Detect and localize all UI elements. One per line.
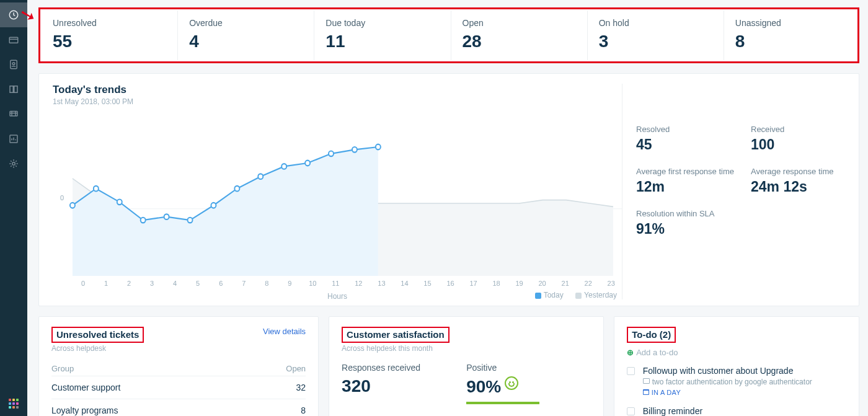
todo-title: To-do (2) (632, 329, 671, 340)
csat-card: Customer satisfaction Across helpdesk th… (329, 316, 604, 416)
summary-value: 55 (53, 32, 162, 51)
svg-point-12 (164, 214, 169, 219)
svg-point-15 (234, 186, 239, 192)
svg-point-14 (211, 203, 216, 208)
contacts-icon[interactable] (0, 52, 27, 77)
col-open: Open (286, 364, 306, 373)
trends-stats-col1: Resolved45 Average first response time12… (622, 84, 740, 299)
summary-value: 11 (326, 32, 435, 51)
stat-value: 100 (751, 136, 845, 153)
responses-label: Responses received (342, 363, 466, 373)
main: Unresolved 55 Overdue 4 Due today 11 Ope… (27, 7, 868, 416)
stat-label: Resolved (636, 125, 740, 134)
responses-value: 320 (342, 376, 466, 396)
summary-label: Due today (326, 18, 435, 28)
admin-icon[interactable] (0, 151, 27, 176)
add-todo-button[interactable]: ⊕Add a to-do (627, 348, 846, 357)
stat-label: Average first response time (636, 167, 740, 176)
trends-title: Today's trends (53, 84, 622, 96)
summary-unassigned[interactable]: Unassigned 8 (724, 11, 856, 60)
stat-label: Resolution within SLA (636, 209, 740, 218)
summary-value: 28 (463, 32, 572, 51)
summary-label: Open (463, 18, 572, 28)
solutions-icon[interactable] (0, 77, 27, 102)
svg-point-20 (352, 147, 357, 153)
csat-title: Customer satisfaction (347, 329, 445, 340)
tickets-icon[interactable] (0, 27, 27, 52)
svg-point-6 (12, 162, 16, 166)
stat-value: 91% (636, 221, 740, 237)
legend-yesterday: Yesterday (584, 291, 617, 299)
legend-today: Today (544, 291, 564, 299)
bottom-row: View details Unresolved tickets Across h… (38, 316, 859, 416)
summary-on-hold[interactable]: On hold 3 (587, 11, 720, 60)
stat-label: Received (751, 125, 845, 134)
summary-cards: Unresolved 55 Overdue 4 Due today 11 Ope… (38, 7, 859, 63)
svg-point-13 (188, 218, 193, 223)
reports-icon[interactable] (0, 126, 27, 151)
summary-label: On hold (599, 18, 709, 28)
summary-value: 4 (189, 32, 299, 51)
positive-bar (466, 402, 539, 404)
summary-label: Overdue (189, 18, 299, 28)
unresolved-title: Unresolved tickets (56, 329, 139, 340)
checkbox[interactable] (627, 407, 635, 415)
summary-label: Unassigned (735, 18, 845, 28)
todo-card: To-do (2) ⊕Add a to-do Followup with cus… (614, 316, 859, 416)
trends-stats-col2: Received100 Average response time24m 12s (740, 84, 845, 299)
summary-value: 8 (735, 32, 845, 51)
svg-point-16 (258, 174, 263, 179)
svg-point-18 (305, 161, 310, 166)
summary-overdue[interactable]: Overdue 4 (177, 11, 310, 60)
smile-icon (505, 376, 518, 390)
positive-label: Positive (466, 363, 591, 373)
apps-icon[interactable] (0, 391, 27, 416)
trends-card: Today's trends 1st May 2018, 03:00 PM 0 (38, 73, 859, 306)
trends-main: Today's trends 1st May 2018, 03:00 PM 0 (53, 84, 622, 299)
unresolved-table: GroupOpen Customer support32 Loyalty pro… (51, 361, 306, 416)
plus-icon: ⊕ (627, 348, 634, 357)
summary-unresolved[interactable]: Unresolved 55 (42, 11, 174, 60)
col-group: Group (51, 364, 74, 373)
table-row[interactable]: Loyalty programs8 (51, 399, 306, 416)
dashboard-icon[interactable] (0, 2, 27, 27)
svg-rect-1 (9, 37, 18, 43)
unresolved-subtitle: Across helpdesk (51, 344, 306, 353)
svg-point-10 (117, 200, 122, 205)
svg-point-21 (376, 144, 381, 150)
svg-point-11 (141, 218, 146, 223)
positive-value: 90% (466, 377, 501, 396)
table-row[interactable]: Customer support32 (51, 376, 306, 399)
todo-item[interactable]: Followup with customer about Upgrade two… (627, 366, 846, 397)
summary-due-today[interactable]: Due today 11 (314, 11, 446, 60)
svg-point-3 (12, 63, 15, 65)
stat-value: 45 (636, 136, 740, 153)
ticket-icon (643, 378, 650, 384)
checkbox[interactable] (627, 367, 635, 375)
todo-item[interactable]: Billing reminder Ticket Sharing between … (627, 406, 846, 416)
calendar-icon (643, 389, 649, 395)
stat-label: Average response time (751, 167, 845, 176)
trends-chart[interactable]: 0 (53, 115, 622, 276)
svg-point-9 (94, 186, 99, 192)
sidebar (0, 0, 27, 416)
summary-value: 3 (599, 32, 709, 51)
unresolved-card: View details Unresolved tickets Across h… (38, 316, 319, 416)
trends-subtitle: 1st May 2018, 03:00 PM (53, 97, 622, 106)
todo-item-title: Billing reminder (643, 406, 844, 416)
csat-subtitle: Across helpdesk this month (342, 344, 591, 353)
todo-item-title: Followup with customer about Upgrade (643, 366, 844, 376)
x-axis: 01234567891011121314151617181920212223 (73, 280, 622, 287)
view-details-link[interactable]: View details (263, 327, 306, 336)
todo-item-sub: two factor authentication by google auth… (643, 378, 844, 386)
forums-icon[interactable] (0, 102, 27, 126)
todo-item-due: IN A DAY (643, 389, 844, 396)
svg-point-17 (281, 164, 286, 169)
stat-value: 24m 12s (751, 179, 845, 195)
y-tick: 0 (60, 194, 64, 201)
svg-point-19 (329, 151, 334, 157)
stat-value: 12m (636, 179, 740, 195)
summary-label: Unresolved (53, 18, 162, 28)
summary-open[interactable]: Open 28 (451, 11, 583, 60)
svg-point-8 (70, 203, 75, 208)
